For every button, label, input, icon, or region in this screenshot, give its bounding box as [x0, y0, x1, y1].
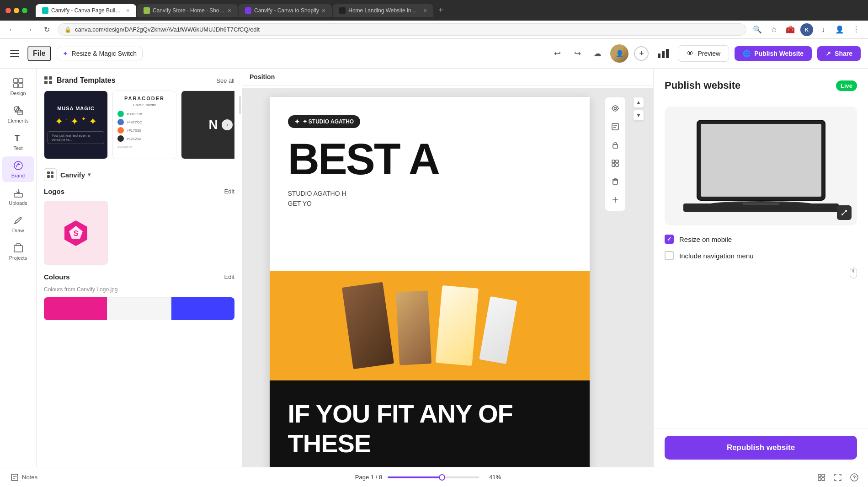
product-1	[341, 282, 394, 369]
minimize-window-btn[interactable]	[14, 8, 19, 13]
browser-tab-2[interactable]: Canvify Store · Home · Shopify ×	[137, 4, 238, 17]
template-2-footer: Availale in	[117, 145, 171, 149]
extensions-icon[interactable]: 🧰	[784, 23, 797, 36]
search-icon[interactable]: 🔍	[751, 23, 764, 36]
brand-template-1[interactable]: MUSA MAGIC ✦ · ✦ ✦ ✦ You just learned ev…	[44, 91, 108, 159]
color-row-1: #00CC78	[117, 111, 171, 117]
page-indicator: Page 1 / 8	[355, 474, 382, 481]
forward-button[interactable]: →	[23, 23, 36, 36]
avatar[interactable]: 👤	[610, 44, 628, 63]
page-canvas[interactable]: ✦ ✦ STUDIO AGATHO BEST A STUDIO AGATHO H…	[270, 97, 590, 467]
sidebar-item-draw[interactable]: Draw	[2, 211, 34, 237]
save-cloud-button[interactable]: ☁	[590, 46, 605, 61]
color-row-4: #424242	[117, 135, 171, 142]
star-icon[interactable]: ☆	[767, 23, 780, 36]
sidebar-item-projects[interactable]: Projects	[2, 239, 34, 264]
colour-swatch-3[interactable]	[171, 297, 234, 320]
scroll-up-arrow[interactable]: ▲	[633, 97, 644, 108]
colour-swatch-1[interactable]	[44, 297, 107, 320]
resize-mobile-checkbox[interactable]: ✓	[665, 235, 674, 244]
file-button[interactable]: File	[27, 46, 51, 61]
notes-button[interactable]: Notes	[7, 472, 41, 483]
maximize-window-btn[interactable]	[22, 8, 27, 13]
download-icon[interactable]: ↓	[817, 23, 830, 36]
fullscreen-button[interactable]	[831, 471, 844, 484]
republish-button[interactable]: Republish website	[665, 436, 857, 460]
analytics-button[interactable]	[654, 44, 672, 63]
left-panel-scroll[interactable]: Brand Templates See all MUSA MAGIC ✦ ·	[37, 69, 242, 467]
see-all-button[interactable]: See all	[216, 77, 234, 84]
sidebar-item-elements[interactable]: Elements	[2, 102, 34, 127]
tab-1-close[interactable]: ×	[126, 7, 130, 14]
group-tool-button[interactable]	[608, 156, 623, 171]
account-icon[interactable]: 👤	[833, 23, 846, 36]
svg-rect-48	[818, 474, 821, 477]
svg-rect-31	[612, 160, 615, 163]
lock-tool-button[interactable]	[608, 138, 623, 152]
logo-card-1[interactable]: S	[44, 201, 108, 265]
tab-2-close[interactable]: ×	[228, 7, 231, 14]
preview-button[interactable]: 👁 Preview	[678, 45, 729, 62]
tab-4-close[interactable]: ×	[423, 7, 427, 14]
add-tool-button[interactable]	[608, 193, 623, 207]
nav-menu-checkbox[interactable]	[665, 251, 674, 260]
svg-rect-16	[44, 76, 48, 80]
add-icon	[611, 196, 619, 204]
tab-3-close[interactable]: ×	[322, 7, 325, 14]
expand-preview-button[interactable]	[837, 205, 852, 220]
browser-tab-1[interactable]: Canvify - Canva Page Builder - ×	[36, 4, 136, 17]
svg-text:S: S	[74, 230, 79, 237]
more-options-icon[interactable]: ⋮	[850, 23, 863, 36]
svg-text:?: ?	[853, 475, 856, 480]
sidebar-item-brand[interactable]: Brand	[2, 156, 34, 182]
grid-view-button[interactable]	[815, 471, 828, 484]
canvas-scroll[interactable]: ▲ ▼	[242, 88, 653, 467]
zoom-slider-area[interactable]	[388, 476, 479, 478]
sidebar-item-text[interactable]: T Text	[2, 129, 34, 155]
template-2-inner: PARACODER Colour Palette #00CC78 #4477CC…	[113, 91, 176, 159]
templates-scroll-right[interactable]: ›	[222, 119, 233, 130]
help-button[interactable]: ?	[848, 471, 861, 484]
publish-website-button[interactable]: 🌐 Publish Website	[735, 46, 812, 61]
reload-button[interactable]: ↻	[40, 23, 53, 36]
share-icon: ↗	[825, 50, 831, 57]
zoom-slider-thumb[interactable]	[439, 474, 445, 481]
share-button[interactable]: ↗ Share	[817, 46, 861, 61]
browser-tab-3[interactable]: Canvify - Canva to Shopify ×	[239, 4, 332, 17]
undo-button[interactable]: ↩	[550, 46, 564, 61]
brand-template-2[interactable]: PARACODER Colour Palette #00CC78 #4477CC…	[112, 91, 176, 159]
add-collaborator-button[interactable]: +	[634, 46, 649, 61]
hamburger-button[interactable]	[7, 46, 22, 61]
svg-rect-8	[18, 110, 22, 115]
svg-rect-19	[49, 81, 52, 84]
sidebar-item-uploads[interactable]: Uploads	[2, 184, 34, 209]
tab-3-title: Canvify - Canva to Shopify	[254, 7, 319, 14]
publish-icon: 🌐	[743, 50, 751, 57]
hamburger-line-2	[10, 53, 19, 54]
brand-name-dropdown[interactable]: Canvify ▾	[60, 171, 91, 179]
new-tab-button[interactable]: +	[434, 4, 447, 17]
color-row-3: #F17030	[117, 127, 171, 134]
delete-tool-button[interactable]	[608, 174, 623, 189]
logos-edit-button[interactable]: Edit	[224, 188, 234, 195]
zoom-slider[interactable]	[388, 476, 479, 478]
svg-rect-51	[822, 478, 825, 481]
colours-edit-button[interactable]: Edit	[224, 273, 234, 280]
back-button[interactable]: ←	[5, 23, 18, 36]
tab-1-icon	[42, 7, 48, 14]
magic-switch-button[interactable]: ✦ Resize & Magic Switch	[57, 47, 143, 60]
close-window-btn[interactable]	[5, 8, 11, 13]
logos-label: Logos	[44, 187, 64, 195]
grid-icon	[44, 76, 53, 85]
address-field[interactable]: 🔒 canva.com/design/DAF2gQvZkhw/AVa1fWW6k…	[58, 23, 746, 36]
visibility-tool-button[interactable]	[608, 101, 623, 116]
scroll-down-arrow[interactable]: ▼	[633, 110, 644, 121]
notes-tool-button[interactable]	[608, 119, 623, 134]
publish-panel-content[interactable]: ✓ Resize on mobile Include navigation me…	[654, 99, 868, 428]
uploads-label: Uploads	[9, 200, 27, 206]
colour-swatch-2[interactable]	[107, 297, 171, 320]
browser-tab-4[interactable]: Home Landing Website in Blac... ×	[333, 4, 433, 17]
profile-button[interactable]: K	[800, 23, 813, 36]
redo-button[interactable]: ↪	[570, 46, 585, 61]
sidebar-item-design[interactable]: Design	[2, 74, 34, 100]
